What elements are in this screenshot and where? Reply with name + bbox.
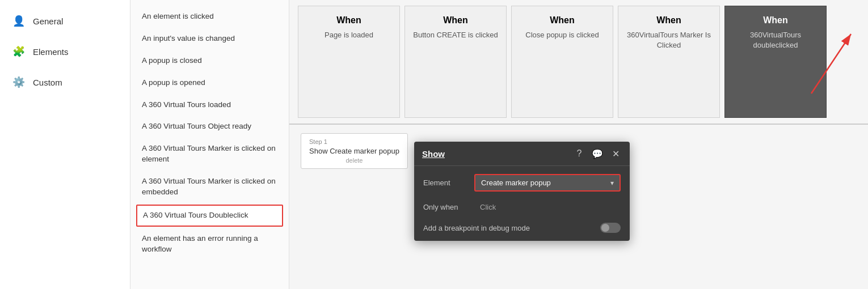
main-area: When Page is loaded When Button CREATE i…	[289, 0, 868, 289]
step-delete[interactable]: delete	[309, 157, 399, 164]
event-item-360-marker-embedded[interactable]: A 360 Virtual Tours Marker is clicked on…	[130, 171, 289, 203]
sidebar-item-elements[interactable]: 🧩 Elements	[0, 36, 130, 67]
help-icon[interactable]: ?	[573, 147, 585, 160]
when-card-360-marker[interactable]: When 360VirtualTours Marker Is Clicked	[618, 6, 720, 118]
when-card-desc: 360VirtualTours Marker Is Clicked	[624, 30, 714, 50]
when-card-button-create[interactable]: When Button CREATE is clicked	[404, 6, 507, 118]
when-card-label: When	[656, 15, 681, 26]
sidebar-item-custom[interactable]: ⚙️ Custom	[0, 67, 130, 97]
event-item-popup-opened[interactable]: A popup is opened	[130, 72, 289, 94]
when-card-desc: Page is loaded	[325, 30, 373, 40]
when-card-desc: Button CREATE is clicked	[413, 30, 498, 40]
comment-icon[interactable]: 💬	[591, 147, 604, 160]
event-item-360-marker-element[interactable]: A 360 Virtual Tours Marker is clicked on…	[130, 138, 289, 171]
when-card-360-doubleclick[interactable]: When 360VirtualTours doubleclicked	[724, 6, 827, 118]
when-card-label: When	[443, 15, 468, 26]
event-item-input-changed[interactable]: An input's value is changed	[130, 28, 289, 50]
action-popup: Show ? 💬 ✕ Element Create marker popup ▾	[414, 142, 630, 241]
breakpoint-toggle[interactable]	[600, 223, 621, 233]
event-list: An element is clickedAn input's value is…	[130, 0, 289, 289]
workflow-area: Step 1 Show Create marker popup delete →…	[289, 125, 868, 289]
when-cards-row: When Page is loaded When Button CREATE i…	[289, 0, 868, 125]
only-when-value: Click	[474, 199, 621, 215]
event-item-element-error[interactable]: An element has an error running a workfl…	[130, 228, 289, 261]
when-card-label: When	[763, 15, 788, 26]
step-label: Step 1	[309, 138, 399, 145]
elements-icon: 🧩	[11, 44, 26, 59]
when-card-close-popup[interactable]: When Close popup is clicked	[511, 6, 613, 118]
popup-header: Show ? 💬 ✕	[414, 142, 630, 166]
breakpoint-row: Add a breakpoint in debug mode	[423, 223, 621, 233]
step-title: Show Create marker popup	[309, 147, 399, 155]
when-card-desc: 360VirtualTours doubleclicked	[731, 30, 820, 50]
popup-icons: ? 💬 ✕	[573, 147, 622, 160]
sidebar-label-custom: Custom	[33, 78, 62, 87]
event-item-popup-closed[interactable]: A popup is closed	[130, 50, 289, 72]
popup-title[interactable]: Show	[422, 149, 445, 159]
element-label: Element	[423, 178, 474, 187]
step-box[interactable]: Step 1 Show Create marker popup delete	[301, 133, 408, 169]
chevron-down-icon: ▾	[610, 179, 614, 187]
element-value: Create marker popup	[481, 178, 551, 187]
only-when-label: Only when	[423, 203, 474, 211]
element-dropdown[interactable]: Create marker popup ▾	[474, 174, 621, 192]
popup-element-row: Element Create marker popup ▾	[423, 174, 621, 192]
general-icon: 👤	[11, 14, 26, 28]
when-card-label: When	[336, 15, 361, 26]
event-item-360-doubleclick[interactable]: A 360 Virtual Tours Doubleclick	[136, 205, 283, 227]
when-card-label: When	[550, 15, 575, 26]
when-card-desc: Close popup is clicked	[525, 30, 599, 40]
event-item-element-clicked[interactable]: An element is clicked	[130, 6, 289, 28]
sidebar-label-elements: Elements	[33, 47, 69, 57]
popup-only-when-row: Only when Click	[423, 199, 621, 215]
event-item-360-loaded[interactable]: A 360 Virtual Tours loaded	[130, 94, 289, 116]
event-item-360-object-ready[interactable]: A 360 Virtual Tours Object ready	[130, 116, 289, 138]
sidebar-label-general: General	[33, 16, 63, 26]
popup-body: Element Create marker popup ▾ Only when …	[414, 166, 630, 241]
close-icon[interactable]: ✕	[609, 147, 622, 160]
sidebar: 👤 General 🧩 Elements ⚙️ Custom	[0, 0, 130, 289]
breakpoint-label: Add a breakpoint in debug mode	[423, 224, 530, 232]
when-card-page-loaded[interactable]: When Page is loaded	[298, 6, 400, 118]
sidebar-item-general[interactable]: 👤 General	[0, 6, 130, 36]
custom-icon: ⚙️	[11, 75, 26, 90]
